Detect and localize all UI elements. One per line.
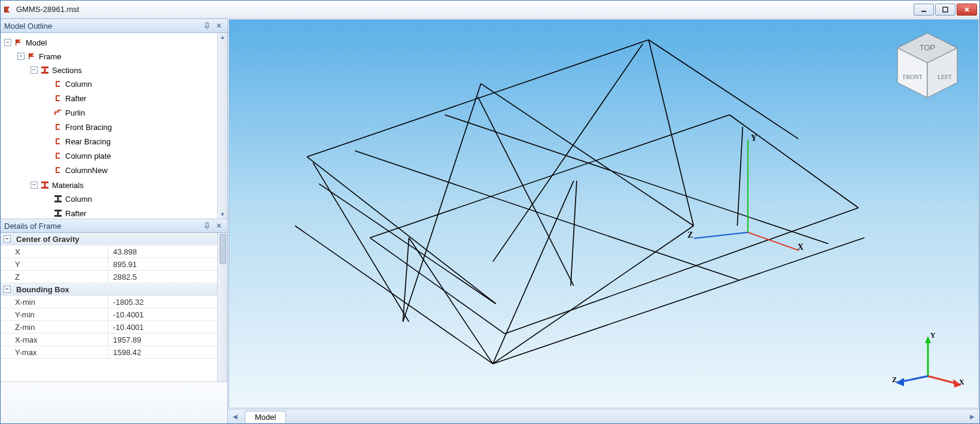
scroll-down-icon[interactable]: ▼ (220, 211, 226, 217)
collapse-icon[interactable]: − (4, 286, 11, 293)
pin-icon[interactable] (202, 221, 212, 231)
svg-rect-5 (16, 40, 16, 46)
svg-line-39 (478, 97, 574, 286)
purlin-profile-icon (53, 108, 63, 117)
viewcube-left-label: LEFT (938, 74, 952, 80)
tree-node-section[interactable]: Column plate (1, 149, 217, 162)
details-row[interactable]: Y-min-10.4001 (1, 308, 217, 321)
tree-node-material[interactable]: Column (1, 192, 217, 205)
details-category[interactable]: −Bounding Box (1, 283, 217, 296)
tree-node-material[interactable]: Rafter (1, 207, 217, 219)
category-label: Center of Gravity (14, 233, 79, 245)
pin-icon[interactable] (202, 21, 212, 31)
details-value: -10.4001 (108, 310, 217, 319)
svg-marker-55 (896, 378, 904, 386)
svg-line-26 (295, 226, 493, 364)
details-row[interactable]: X-max1957.89 (1, 334, 217, 346)
flag-icon (27, 52, 36, 61)
scrollbar-thumb[interactable] (220, 234, 226, 264)
svg-line-29 (445, 115, 829, 244)
tree-node-section[interactable]: Rafter (1, 92, 217, 105)
details-scrollbar[interactable] (217, 233, 227, 381)
c-channel-icon (53, 151, 63, 160)
tree-label: Column (65, 195, 92, 204)
details-panel-header[interactable]: Details of Frame ✕ (1, 219, 227, 233)
tab-label: Model (255, 413, 276, 422)
close-panel-icon[interactable]: ✕ (214, 21, 224, 31)
collapse-icon[interactable]: − (31, 66, 38, 74)
tree-node-section[interactable]: Rear Bracing (1, 135, 217, 148)
details-value: 895.91 (108, 260, 217, 269)
viewport-canvas[interactable]: Y X Z TOP FRONT LEFT (229, 19, 979, 408)
details-category[interactable]: −Center of Gravity (1, 233, 217, 246)
svg-rect-7 (29, 53, 29, 59)
svg-line-32 (313, 163, 409, 322)
tree-label: Purlin (65, 108, 85, 117)
details-key: Y-min (1, 308, 108, 320)
details-grid[interactable]: −Center of GravityX43.898Y895.91Z2882.5−… (1, 233, 217, 381)
svg-rect-16 (54, 201, 62, 202)
tab-model[interactable]: Model (245, 411, 286, 423)
close-panel-icon[interactable]: ✕ (214, 221, 224, 231)
details-row[interactable]: Z2882.5 (1, 271, 217, 283)
svg-line-33 (307, 157, 496, 304)
c-channel-icon (53, 165, 63, 175)
details-value: -10.4001 (108, 323, 217, 332)
outline-panel-header[interactable]: Model Outline ✕ (1, 19, 227, 33)
details-key: X-min (1, 296, 108, 308)
tree-node-section[interactable]: Column (1, 77, 217, 90)
details-key: Z-min (1, 321, 108, 333)
model-tree[interactable]: − Model − Frame (1, 33, 217, 219)
svg-line-22 (370, 115, 729, 238)
tree-node-section[interactable]: Front Bracing (1, 120, 217, 134)
c-channel-icon (53, 137, 63, 146)
tree-label: Rafter (65, 209, 86, 218)
details-row[interactable]: X43.898 (1, 246, 217, 258)
close-button[interactable] (957, 4, 977, 16)
details-key: Z (1, 271, 108, 283)
c-channel-icon (53, 79, 63, 89)
details-value: -1805.32 (108, 298, 217, 307)
c-channel-icon (53, 93, 63, 103)
svg-line-28 (355, 151, 738, 280)
tree-label: Model (26, 38, 47, 47)
details-panel-title: Details of Frame (4, 222, 200, 231)
details-row[interactable]: X-min-1805.32 (1, 296, 217, 308)
minimize-button[interactable] (914, 4, 934, 16)
collapse-icon[interactable]: − (17, 53, 25, 60)
tree-node-sections[interactable]: − Sections (1, 63, 217, 77)
tree-node-section[interactable]: ColumnNew (1, 163, 217, 177)
tab-scroll-left-icon[interactable]: ◀ (230, 412, 240, 422)
tree-scrollbar[interactable]: ▲ ▼ (217, 33, 227, 219)
details-value: 2882.5 (108, 272, 217, 281)
tree-node-model[interactable]: − Model (1, 36, 217, 49)
svg-rect-13 (41, 187, 48, 189)
collapse-icon[interactable]: − (4, 235, 11, 243)
viewport-tabbar: ◀ Model ▶ (228, 409, 979, 423)
tree-label: Front Bracing (65, 123, 112, 132)
viewcube[interactable]: TOP FRONT LEFT (888, 27, 966, 105)
titlebar[interactable]: GMMS-28961.mst (1, 1, 979, 19)
tree-node-materials[interactable]: − Materials (1, 178, 217, 192)
wireframe-scene (229, 20, 978, 408)
details-value: 1598.42 (108, 348, 217, 357)
sidebar: Model Outline ✕ − Model (1, 19, 228, 423)
svg-line-30 (319, 184, 495, 304)
maximize-button[interactable] (935, 4, 955, 16)
scroll-up-icon[interactable]: ▲ (220, 34, 226, 40)
collapse-icon[interactable]: − (4, 39, 11, 46)
tree-node-section[interactable]: Purlin (1, 106, 217, 119)
tree-node-frame[interactable]: − Frame (1, 50, 217, 63)
i-beam-icon (40, 65, 50, 75)
collapse-icon[interactable]: − (31, 181, 38, 189)
details-row[interactable]: Y-max1598.42 (1, 346, 217, 359)
details-value: 43.898 (108, 247, 217, 256)
details-key: Y-max (1, 346, 108, 358)
flag-icon (14, 38, 23, 47)
tab-scroll-right-icon[interactable]: ▶ (967, 412, 977, 422)
details-row[interactable]: Y895.91 (1, 258, 217, 271)
svg-rect-1 (4, 7, 5, 13)
details-value: 1957.89 (108, 335, 217, 344)
details-row[interactable]: Z-min-10.4001 (1, 321, 217, 334)
details-key: X (1, 246, 108, 258)
